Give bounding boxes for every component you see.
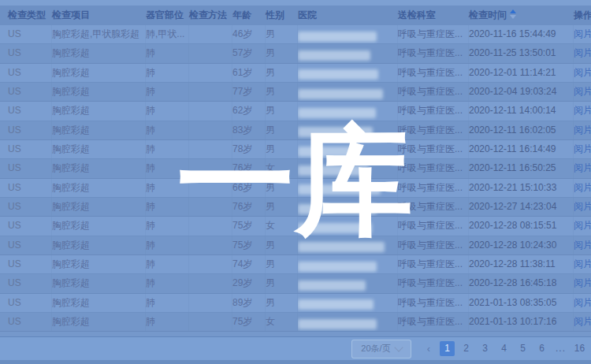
cell-method (189, 159, 232, 177)
cell-method (189, 179, 232, 197)
cell-age: 76岁 (232, 198, 266, 216)
sort-caret-up-icon[interactable] (510, 9, 516, 13)
hospital-redaction-blur (298, 299, 374, 310)
view-images-link[interactable]: 阅片 (574, 240, 591, 251)
cell-check-type: US (8, 44, 52, 62)
table-row: US 胸腔彩超 肺 76岁 男 呼吸与重症医... 2020-12-27 14:… (0, 198, 591, 217)
cell-check-item: 胸腔彩超 (52, 44, 146, 62)
cell-check-time: 2020-12-28 08:15:51 (469, 217, 574, 235)
cell-sex: 男 (266, 83, 298, 101)
cell-check-item: 胸腔彩超 (52, 255, 146, 273)
page-size-select[interactable]: 20条/页 (351, 340, 411, 358)
view-images-link[interactable]: 阅片 (574, 297, 591, 308)
cell-method (189, 313, 232, 331)
table-row: US 胸腔彩超 肺 66岁 男 呼吸与重症医... 2020-12-21 15:… (0, 179, 591, 198)
cell-organ: 肺 (146, 217, 189, 235)
cell-department: 呼吸与重症医... (398, 313, 469, 331)
cell-check-time: 2020-12-11 16:02:05 (469, 121, 574, 139)
sort-caret-down-icon[interactable] (510, 15, 516, 19)
prev-page-button[interactable]: ‹ (422, 341, 436, 356)
pager-page-1[interactable]: 1 (440, 341, 455, 356)
view-images-link[interactable]: 阅片 (574, 67, 591, 78)
view-images-link[interactable]: 阅片 (574, 162, 591, 173)
cell-sex: 男 (266, 64, 298, 82)
view-images-link[interactable]: 阅片 (574, 277, 591, 288)
view-images-link[interactable]: 阅片 (574, 201, 591, 212)
pager-ellipsis[interactable]: ... (553, 341, 568, 356)
cell-hospital (298, 44, 398, 62)
cell-check-item: 胸腔彩超 (52, 198, 146, 216)
col-header-check-time[interactable]: 检查时间 (469, 6, 574, 25)
view-images-link[interactable]: 阅片 (574, 28, 591, 39)
cell-check-item: 胸腔彩超 (52, 140, 146, 158)
exam-list-screen: 检查类型 检查项目 器官部位 检查方法 年龄 性别 医院 送检科室 检查时间 操… (0, 0, 591, 364)
view-images-link[interactable]: 阅片 (574, 220, 591, 231)
cell-department: 呼吸与重症医... (398, 83, 469, 101)
cell-check-time: 2020-12-11 16:14:49 (469, 140, 574, 158)
cell-age: 46岁 (232, 25, 266, 43)
cell-organ: 肺 (146, 255, 189, 273)
table-row: US 胸腔彩超 肺 61岁 男 呼吸与重症医... 2020-12-01 11:… (0, 64, 591, 83)
cell-method (189, 121, 232, 139)
top-strip (0, 0, 591, 6)
cell-age: 62岁 (232, 102, 266, 120)
cell-age: 77岁 (232, 83, 266, 101)
cell-hospital (298, 217, 398, 235)
col-header-check-time-label: 检查时间 (469, 9, 507, 20)
view-images-link[interactable]: 阅片 (574, 316, 591, 327)
cell-check-time: 2020-12-28 16:45:18 (469, 274, 574, 292)
col-header-check-type: 检查类型 (8, 6, 52, 25)
cell-method (189, 44, 232, 62)
pager-page-2[interactable]: 2 (459, 341, 474, 356)
hospital-redaction-blur (298, 108, 376, 118)
cell-check-time: 2020-12-28 10:24:30 (469, 236, 574, 254)
table-row: US 胸腔彩超 肺 62岁 男 呼吸与重症医... 2020-12-11 14:… (0, 102, 591, 121)
cell-organ: 肺 (146, 83, 189, 101)
cell-check-time: 2021-01-13 10:17:16 (469, 313, 574, 331)
cell-organ: 肺 (146, 294, 189, 312)
hospital-redaction-blur (298, 223, 372, 233)
cell-department: 呼吸与重症医... (398, 159, 469, 177)
cell-age: 74岁 (232, 255, 266, 273)
cell-age: 76岁 (232, 159, 266, 177)
pager-page-16[interactable]: 16 (572, 341, 587, 356)
cell-method (189, 217, 232, 235)
cell-age: 29岁 (232, 274, 266, 292)
pager-page-5[interactable]: 5 (515, 341, 530, 356)
cell-organ: 肺 (146, 121, 189, 139)
cell-sex: 男 (266, 25, 298, 43)
hospital-redaction-blur (298, 50, 370, 61)
cell-method (189, 102, 232, 120)
cell-hospital (298, 313, 398, 331)
view-images-link[interactable]: 阅片 (574, 47, 591, 58)
cell-hospital (298, 25, 398, 43)
hospital-redaction-blur (298, 147, 358, 157)
table-body: US 胸腔彩超,甲状腺彩超 肺,甲状... 46岁 男 呼吸与重症医... 20… (0, 25, 591, 332)
sort-caret-icon[interactable] (510, 9, 516, 20)
cell-check-item: 胸腔彩超 (52, 64, 146, 82)
view-images-link[interactable]: 阅片 (574, 124, 591, 136)
pager-page-6[interactable]: 6 (534, 341, 549, 356)
cell-hospital (298, 83, 398, 101)
cell-check-item: 胸腔彩超 (52, 294, 146, 312)
cell-check-item: 胸腔彩超 (52, 217, 146, 235)
view-images-link[interactable]: 阅片 (574, 86, 591, 97)
view-images-link[interactable]: 阅片 (574, 105, 591, 116)
cell-department: 呼吸与重症医... (398, 236, 469, 254)
cell-check-type: US (8, 179, 52, 197)
cell-department: 呼吸与重症医... (398, 255, 469, 273)
view-images-link[interactable]: 阅片 (574, 258, 591, 269)
pager-pages: 123456...16 (440, 341, 587, 356)
cell-hospital (298, 236, 398, 254)
cell-check-item: 胸腔彩超 (52, 313, 146, 331)
cell-method (189, 64, 232, 82)
cell-check-type: US (8, 121, 52, 139)
pager-page-3[interactable]: 3 (478, 341, 492, 356)
cell-method (189, 255, 232, 273)
cell-hospital (298, 140, 398, 158)
view-images-link[interactable]: 阅片 (574, 182, 591, 193)
cell-check-time: 2020-12-01 11:14:21 (469, 64, 574, 82)
col-header-sex: 性别 (266, 6, 298, 25)
pager-page-4[interactable]: 4 (496, 341, 511, 356)
view-images-link[interactable]: 阅片 (574, 143, 591, 154)
